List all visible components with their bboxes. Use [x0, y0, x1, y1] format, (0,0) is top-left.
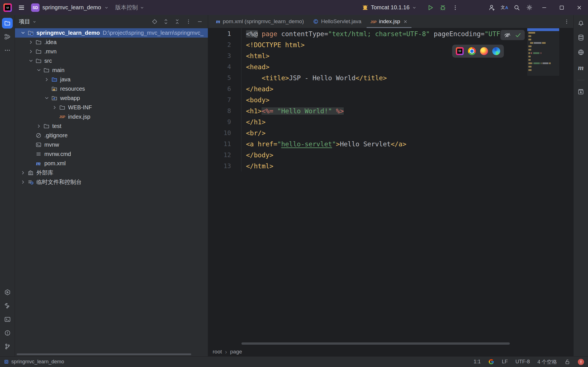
- close-tab-icon[interactable]: [403, 19, 408, 24]
- line-separator[interactable]: LF: [502, 359, 508, 365]
- line-number[interactable]: 6: [208, 83, 241, 94]
- line-number[interactable]: 4: [208, 61, 241, 72]
- run-button[interactable]: [424, 1, 437, 14]
- line-number[interactable]: 8: [208, 105, 241, 116]
- structure-icon[interactable]: [2, 31, 13, 42]
- chevron-right-icon[interactable]: [19, 170, 27, 176]
- close-button[interactable]: [570, 0, 588, 15]
- tree-item-resources[interactable]: resources: [15, 84, 208, 94]
- idea-browser-icon[interactable]: IJ: [456, 47, 464, 55]
- no-problems-check-icon[interactable]: [515, 32, 521, 38]
- file-encoding[interactable]: UTF-8: [515, 359, 530, 365]
- line-number[interactable]: 7: [208, 94, 241, 105]
- tree-item-mvnw[interactable]: mvnw: [15, 140, 208, 149]
- minimap[interactable]: [527, 28, 559, 76]
- chevron-right-icon[interactable]: [19, 179, 27, 185]
- caret-position[interactable]: 1:1: [474, 359, 481, 365]
- project-view-selector[interactable]: 项目: [19, 18, 37, 25]
- chevron-right-icon[interactable]: [35, 123, 43, 129]
- collapse-all-icon[interactable]: [173, 18, 181, 26]
- tree-item-webapp[interactable]: webapp: [15, 94, 208, 103]
- editor-hscrollbar[interactable]: [241, 342, 510, 345]
- error-notification-badge[interactable]: !: [578, 359, 584, 365]
- line-number[interactable]: 2: [208, 39, 241, 50]
- vcs-widget[interactable]: 版本控制: [115, 4, 145, 11]
- search-everywhere-icon[interactable]: [511, 1, 523, 14]
- tab-HelloServlet.java[interactable]: HelloServlet.java: [308, 15, 366, 28]
- tree-item-.idea[interactable]: .idea: [15, 38, 208, 47]
- line-number[interactable]: 5: [208, 72, 241, 83]
- line-number[interactable]: 3: [208, 50, 241, 61]
- line-number[interactable]: 10: [208, 127, 241, 138]
- tab-options-icon[interactable]: [564, 15, 569, 28]
- more-tool-windows-icon[interactable]: [2, 45, 13, 56]
- run-configuration-widget[interactable]: Tomcat 10.1.16: [362, 4, 417, 11]
- tree-item-mvnw.cmd[interactable]: mvnw.cmd: [15, 149, 208, 159]
- settings-gear-icon[interactable]: [523, 1, 535, 14]
- tree-item-WEB-INF[interactable]: WEB-INF: [15, 103, 208, 112]
- breadcrumb-leaf[interactable]: page: [230, 349, 242, 355]
- chevron-down-icon[interactable]: [43, 95, 51, 101]
- build-hammer-icon[interactable]: [2, 300, 13, 311]
- code-with-me-icon[interactable]: [486, 1, 498, 14]
- line-number[interactable]: 12: [208, 149, 241, 160]
- hide-panel-icon[interactable]: [195, 18, 204, 26]
- google-icon[interactable]: [488, 359, 494, 365]
- inspection-widget[interactable]: [500, 30, 525, 40]
- tree-item-.gitignore[interactable]: .gitignore: [15, 131, 208, 140]
- code-editor[interactable]: 1<%@ page contentType="text/html; charse…: [208, 28, 573, 347]
- tree-item-.mvn[interactable]: .mvn: [15, 47, 208, 56]
- line-number[interactable]: 9: [208, 116, 241, 127]
- problems-icon[interactable]: [2, 327, 13, 338]
- debug-button[interactable]: [437, 1, 449, 14]
- notifications-bell-icon[interactable]: [578, 19, 584, 26]
- unlock-icon[interactable]: [565, 359, 570, 365]
- highlighting-off-eye-icon[interactable]: [504, 32, 511, 39]
- tree-item-test[interactable]: test: [15, 121, 208, 131]
- chevron-down-icon[interactable]: [27, 58, 35, 64]
- tree-item-main[interactable]: main: [15, 66, 208, 75]
- chevron-right-icon[interactable]: [27, 49, 35, 55]
- edge-icon[interactable]: [492, 47, 500, 55]
- breadcrumb-root[interactable]: root: [213, 349, 222, 355]
- main-menu-icon[interactable]: [18, 4, 25, 11]
- panel-options-icon[interactable]: [184, 18, 193, 26]
- chevron-down-icon[interactable]: [35, 67, 43, 73]
- maximize-button[interactable]: [553, 0, 570, 15]
- tree-item-index.jsp[interactable]: JSPindex.jsp: [15, 112, 208, 121]
- more-actions-icon[interactable]: [449, 1, 461, 14]
- firefox-icon[interactable]: [480, 47, 488, 55]
- tree-item-pom.xml[interactable]: mpom.xml: [15, 159, 208, 168]
- indent-setting[interactable]: 4 个空格: [537, 359, 557, 365]
- locate-file-icon[interactable]: [150, 18, 159, 26]
- minimize-button[interactable]: [535, 0, 553, 15]
- line-number[interactable]: 13: [208, 160, 241, 171]
- chevron-down-icon[interactable]: [19, 30, 27, 36]
- services-icon[interactable]: [2, 287, 13, 297]
- tree-item-java[interactable]: java: [15, 75, 208, 84]
- tab-pom.xml[interactable]: mpom.xml (springmvc_learn_demo): [212, 15, 308, 28]
- status-project-name[interactable]: springmvc_learn_demo: [11, 359, 64, 365]
- expand-all-icon[interactable]: [162, 18, 170, 26]
- tree-item-springmvc_learn_demo[interactable]: springmvc_learn_demoD:\project\spring_mv…: [15, 28, 208, 38]
- line-number[interactable]: 1: [208, 28, 241, 39]
- tree-item-src[interactable]: src: [15, 56, 208, 66]
- chevron-right-icon[interactable]: [51, 105, 58, 110]
- translate-icon[interactable]: 文A: [498, 1, 511, 14]
- line-number[interactable]: 11: [208, 138, 241, 149]
- chevron-right-icon[interactable]: [43, 77, 51, 82]
- git-branch-icon[interactable]: [2, 341, 13, 352]
- endpoints-globe-icon[interactable]: [578, 49, 584, 56]
- project-panel-hscrollbar[interactable]: [17, 353, 191, 355]
- tree-item-外部库[interactable]: 外部库: [15, 168, 208, 177]
- project-tool-window-button[interactable]: [2, 18, 13, 29]
- chrome-icon[interactable]: [468, 47, 476, 55]
- project-widget[interactable]: SD springmvc_learn_demo: [31, 3, 109, 12]
- terminal-icon[interactable]: [2, 314, 13, 325]
- tree-item-临时文件和控制台[interactable]: 临时文件和控制台: [15, 177, 208, 187]
- dictionary-icon[interactable]: [577, 88, 584, 95]
- database-icon[interactable]: [578, 34, 584, 41]
- maven-tool-window-icon[interactable]: m: [578, 64, 583, 72]
- tab-index.jsp[interactable]: JSPindex.jsp: [366, 15, 412, 28]
- chevron-right-icon[interactable]: [27, 39, 35, 45]
